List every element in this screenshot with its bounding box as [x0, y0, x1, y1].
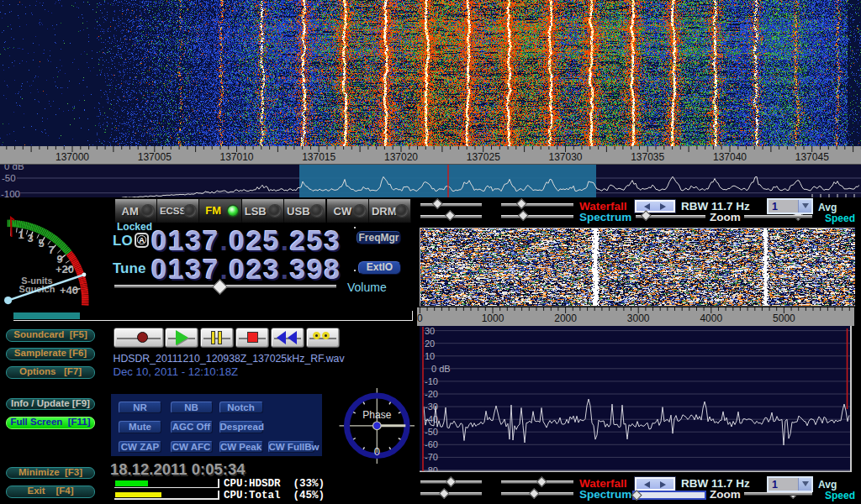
svg-text:137020: 137020: [384, 151, 418, 163]
svg-text:30: 30: [425, 326, 435, 336]
svg-text:2000: 2000: [554, 312, 577, 324]
svg-text:137030: 137030: [548, 151, 582, 163]
svg-text:137040: 137040: [713, 151, 747, 163]
svg-text:3: 3: [27, 232, 33, 244]
svg-text:3000: 3000: [627, 312, 650, 324]
svg-text:-50: -50: [2, 173, 16, 183]
svg-text:1000: 1000: [482, 312, 504, 324]
svg-text:0: 0: [417, 312, 423, 324]
svg-text:-50: -50: [425, 427, 438, 437]
svg-text:-80: -80: [425, 465, 438, 473]
svg-text:0 dB: 0 dB: [4, 165, 24, 171]
svg-text:137025: 137025: [467, 151, 500, 163]
svg-text:137000: 137000: [55, 151, 89, 163]
svg-text:-100: -100: [1, 188, 20, 197]
svg-text:0 dB: 0 dB: [431, 364, 451, 374]
svg-text:0: 0: [374, 445, 380, 458]
svg-text:137045: 137045: [795, 151, 829, 163]
svg-text:-20: -20: [425, 389, 438, 399]
svg-text:20: 20: [425, 339, 435, 349]
svg-text:-10: -10: [425, 376, 438, 386]
svg-text:137010: 137010: [219, 151, 253, 163]
svg-text:-70: -70: [425, 452, 438, 462]
svg-text:137005: 137005: [138, 151, 172, 163]
svg-text:4000: 4000: [700, 312, 722, 324]
svg-text:5000: 5000: [773, 312, 795, 324]
svg-text:+40: +40: [60, 284, 78, 297]
svg-text:7: 7: [48, 244, 54, 256]
svg-text:5: 5: [38, 237, 44, 249]
svg-text:+20: +20: [55, 263, 74, 276]
svg-text:137035: 137035: [631, 151, 664, 163]
svg-text:Phase: Phase: [362, 409, 391, 421]
svg-text:10: 10: [425, 351, 435, 361]
svg-text:1: 1: [18, 228, 24, 241]
svg-text:-60: -60: [425, 439, 438, 449]
svg-text:137015: 137015: [302, 151, 335, 163]
